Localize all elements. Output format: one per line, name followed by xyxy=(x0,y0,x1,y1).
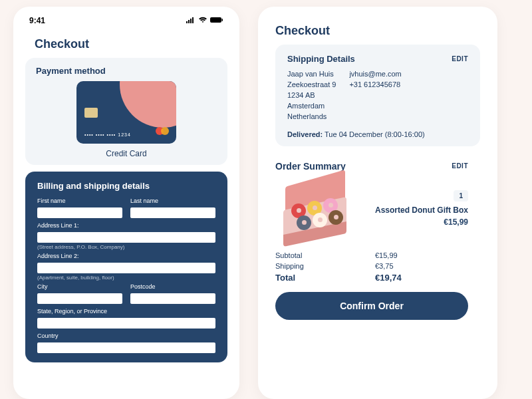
address1-hint: (Street address, P.O. Box, Company) xyxy=(37,244,215,250)
order-item: 1 Assorted Donut Gift Box €15,99 xyxy=(275,178,468,238)
card-chip-icon xyxy=(84,108,98,118)
subtotal-value: €15,99 xyxy=(375,251,398,259)
item-qty-badge: 1 xyxy=(454,190,468,201)
shipping-heading: Shipping Details xyxy=(287,54,355,64)
ship-street: Zeekoestraat 9 xyxy=(287,80,336,90)
svg-rect-5 xyxy=(222,19,223,21)
shipping-cost-label: Shipping xyxy=(275,262,329,270)
ship-city: Amsterdam xyxy=(287,101,336,112)
total-value: €19,74 xyxy=(375,273,402,283)
ship-email: jvhuis@me.com xyxy=(349,69,401,80)
confirm-order-button[interactable]: Confirm Order xyxy=(275,292,468,320)
shipping-cost-value: €3,75 xyxy=(375,262,394,270)
ship-zip: 1234 AB xyxy=(287,90,336,101)
signal-icon xyxy=(186,16,196,25)
postcode-field[interactable] xyxy=(130,293,215,304)
status-icons xyxy=(186,16,223,25)
donut-box-illustration xyxy=(275,178,355,238)
delivered-value: Tue 04 December (8:00-16:00) xyxy=(325,130,425,138)
state-field[interactable] xyxy=(37,318,215,329)
wifi-icon xyxy=(198,16,207,25)
edit-shipping-button[interactable]: EDIT xyxy=(452,55,468,63)
payment-method-card: Payment method •••• •••• •••• 1234 Credi… xyxy=(25,58,227,165)
order-heading: Order Summary xyxy=(275,161,346,172)
svg-rect-3 xyxy=(192,17,194,23)
state-label: State, Region, or Province xyxy=(37,308,215,315)
edit-order-button[interactable]: EDIT xyxy=(452,162,468,170)
subtotal-label: Subtotal xyxy=(275,251,329,259)
ship-country: Netherlands xyxy=(287,112,336,122)
address2-hint: (Apartment, suite, building, floor) xyxy=(37,275,215,281)
svg-point-7 xyxy=(161,127,169,135)
shipping-address: Jaap van Huis Zeekoestraat 9 1234 AB Ams… xyxy=(287,69,336,122)
ship-name: Jaap van Huis xyxy=(287,69,336,80)
country-field[interactable] xyxy=(37,342,215,353)
status-bar: 9:41 xyxy=(25,13,227,28)
ship-phone: +31 612345678 xyxy=(349,80,401,90)
panel-right: Checkout Shipping Details EDIT Jaap van … xyxy=(258,7,497,399)
page-title: Checkout xyxy=(275,24,480,38)
svg-rect-1 xyxy=(188,20,190,23)
billing-heading: Billing and shipping details xyxy=(37,181,215,191)
city-field[interactable] xyxy=(37,293,122,304)
mastercard-icon xyxy=(155,126,170,138)
delivered-label: Delivered: xyxy=(287,130,323,138)
shipping-contact: jvhuis@me.com +31 612345678 xyxy=(349,69,401,122)
address2-label: Address Line 2: xyxy=(37,253,215,259)
svg-rect-2 xyxy=(190,19,192,23)
billing-details-card: Billing and shipping details First name … xyxy=(25,172,227,362)
first-name-label: First name xyxy=(37,198,122,204)
order-summary-card: Order Summary EDIT 1 Assorted Donut Gift… xyxy=(275,153,480,324)
delivery-info: Delivered: Tue 04 December (8:00-16:00) xyxy=(287,130,468,138)
address1-label: Address Line 1: xyxy=(37,222,215,229)
address1-field[interactable] xyxy=(37,232,215,243)
first-name-field[interactable] xyxy=(37,207,122,218)
last-name-label: Last name xyxy=(130,198,215,204)
payment-heading: Payment method xyxy=(36,66,217,76)
last-name-field[interactable] xyxy=(130,207,215,218)
postcode-label: Postcode xyxy=(130,283,215,290)
city-label: City xyxy=(37,283,122,290)
country-label: Country xyxy=(37,332,215,339)
shipping-details-card: Shipping Details EDIT Jaap van Huis Zeek… xyxy=(275,45,480,146)
item-price: €15,99 xyxy=(366,217,468,227)
svg-rect-4 xyxy=(210,17,221,23)
card-number-masked: •••• •••• •••• 1234 xyxy=(84,132,131,137)
page-title: Checkout xyxy=(35,37,227,51)
credit-card-label: Credit Card xyxy=(36,149,217,158)
phone-frame-left: 9:41 Checkout Payment method •••• •••• •… xyxy=(13,7,239,399)
address2-field[interactable] xyxy=(37,263,215,273)
battery-icon xyxy=(210,16,223,25)
order-totals: Subtotal €15,99 Shipping €3,75 Total €19… xyxy=(275,251,468,283)
item-name: Assorted Donut Gift Box xyxy=(366,205,468,215)
svg-rect-0 xyxy=(186,21,188,23)
total-label: Total xyxy=(275,273,329,283)
credit-card-graphic[interactable]: •••• •••• •••• 1234 xyxy=(76,81,176,144)
status-time: 9:41 xyxy=(29,16,45,25)
